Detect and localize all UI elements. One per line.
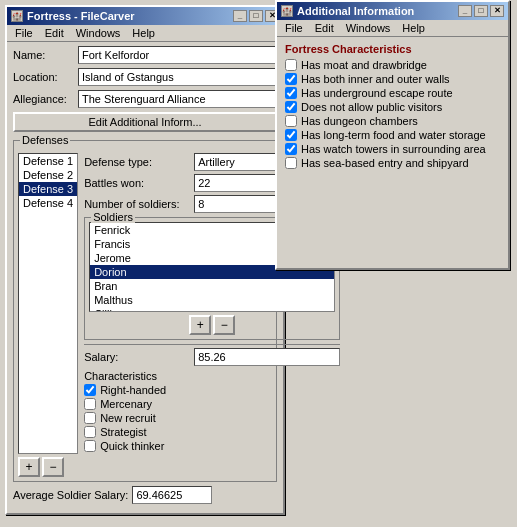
add-menu-windows[interactable]: Windows — [340, 21, 397, 35]
additional-char-item-5: Has long-term food and water storage — [285, 129, 500, 141]
additional-char-item-6: Has watch towers in surrounding area — [285, 143, 500, 155]
defense-listbox[interactable]: Defense 1 Defense 2 Defense 3 Defense 4 — [18, 153, 78, 454]
battles-won-label: Battles won: — [84, 177, 194, 189]
main-window: 🏰 Fortress - FileCarver _ □ ✕ File Edit … — [5, 5, 285, 515]
avg-salary-label: Average Soldier Salary: — [13, 489, 128, 501]
soldier-malthus[interactable]: Malthus — [90, 293, 334, 307]
maximize-button[interactable]: □ — [249, 10, 263, 22]
allegiance-label: Allegiance: — [13, 93, 78, 105]
num-soldiers-label: Number of soldiers: — [84, 198, 194, 210]
additional-window-title: Additional Information — [297, 5, 414, 17]
add-soldier-button[interactable]: + — [189, 315, 211, 335]
salary-row: Salary: — [84, 348, 340, 366]
remove-soldier-button[interactable]: − — [213, 315, 235, 335]
menu-file[interactable]: File — [9, 26, 39, 40]
main-char-item-0: Right-handed — [84, 384, 340, 396]
additional-char-checkbox-4[interactable] — [285, 115, 297, 127]
menu-windows[interactable]: Windows — [70, 26, 127, 40]
additional-window: 🏰 Additional Information _ □ ✕ File Edit… — [275, 0, 510, 270]
additional-char-label-3: Does not allow public visitors — [301, 101, 442, 113]
defense-item-1[interactable]: Defense 1 — [19, 154, 77, 168]
additional-char-label-7: Has sea-based entry and shipyard — [301, 157, 469, 169]
additional-char-label-2: Has underground escape route — [301, 87, 453, 99]
additional-char-checkbox-2[interactable] — [285, 87, 297, 99]
add-menu-edit[interactable]: Edit — [309, 21, 340, 35]
remove-defense-button[interactable]: − — [42, 457, 64, 477]
menu-edit[interactable]: Edit — [39, 26, 70, 40]
defenses-groupbox: Defenses Defense 1 Defense 2 Defense 3 D… — [13, 140, 277, 482]
defense-item-2[interactable]: Defense 2 — [19, 168, 77, 182]
additional-close-button[interactable]: ✕ — [490, 5, 504, 17]
menu-help[interactable]: Help — [126, 26, 161, 40]
main-content: Name: Location: Allegiance: Edit Additio… — [7, 42, 283, 508]
location-row: Location: — [13, 68, 277, 86]
main-char-label-0: Right-handed — [100, 384, 166, 396]
allegiance-input[interactable] — [78, 90, 277, 108]
add-menu-help[interactable]: Help — [396, 21, 431, 35]
salary-input[interactable] — [194, 348, 340, 366]
avg-salary-input[interactable] — [132, 486, 212, 504]
additional-char-checkbox-5[interactable] — [285, 129, 297, 141]
main-menubar: File Edit Windows Help — [7, 25, 283, 42]
soldiers-label: Soldiers — [91, 211, 135, 223]
additional-menubar: File Edit Windows Help — [277, 20, 508, 37]
name-input[interactable] — [78, 46, 277, 64]
additional-maximize-button[interactable]: □ — [474, 5, 488, 17]
add-defense-button[interactable]: + — [18, 457, 40, 477]
additional-char-label-0: Has moat and drawbridge — [301, 59, 427, 71]
additional-char-item-4: Has dungeon chambers — [285, 115, 500, 127]
defense-area: Defense 1 Defense 2 Defense 3 Defense 4 … — [18, 153, 272, 477]
defenses-label: Defenses — [20, 134, 70, 146]
main-char-item-3: Strategist — [84, 426, 340, 438]
main-char-checkbox-0[interactable] — [84, 384, 96, 396]
additional-char-label-1: Has both inner and outer walls — [301, 73, 450, 85]
characteristics-label: Characteristics — [84, 370, 340, 382]
main-char-checkbox-1[interactable] — [84, 398, 96, 410]
additional-char-list: Has moat and drawbridgeHas both inner an… — [285, 59, 500, 169]
name-row: Name: — [13, 46, 277, 64]
additional-char-item-3: Does not allow public visitors — [285, 101, 500, 113]
main-char-checkbox-4[interactable] — [84, 440, 96, 452]
additional-char-checkbox-7[interactable] — [285, 157, 297, 169]
soldier-cillian[interactable]: Cillian — [90, 307, 334, 312]
additional-char-label-6: Has watch towers in surrounding area — [301, 143, 486, 155]
additional-char-item-1: Has both inner and outer walls — [285, 73, 500, 85]
defense-list-container: Defense 1 Defense 2 Defense 3 Defense 4 … — [18, 153, 78, 477]
defense-item-4[interactable]: Defense 4 — [19, 196, 77, 210]
main-char-label-4: Quick thinker — [100, 440, 164, 452]
salary-label: Salary: — [84, 351, 194, 363]
additional-window-icon: 🏰 — [281, 5, 293, 17]
main-char-checkbox-2[interactable] — [84, 412, 96, 424]
additional-char-checkbox-0[interactable] — [285, 59, 297, 71]
edit-additional-button[interactable]: Edit Additional Inform... — [13, 112, 277, 132]
main-char-label-2: New recruit — [100, 412, 156, 424]
additional-char-checkbox-1[interactable] — [285, 73, 297, 85]
location-label: Location: — [13, 71, 78, 83]
fortress-char-title: Fortress Characteristics — [285, 43, 500, 55]
main-window-title: Fortress - FileCarver — [27, 10, 135, 22]
name-label: Name: — [13, 49, 78, 61]
main-char-checkbox-3[interactable] — [84, 426, 96, 438]
defense-buttons: + − — [18, 457, 78, 477]
minimize-button[interactable]: _ — [233, 10, 247, 22]
main-window-icon: 🏰 — [11, 10, 23, 22]
main-titlebar: 🏰 Fortress - FileCarver _ □ ✕ — [7, 7, 283, 25]
main-char-item-2: New recruit — [84, 412, 340, 424]
main-char-label-3: Strategist — [100, 426, 146, 438]
additional-window-controls: _ □ ✕ — [458, 5, 504, 17]
main-char-item-1: Mercenary — [84, 398, 340, 410]
additional-content: Fortress Characteristics Has moat and dr… — [277, 37, 508, 177]
additional-char-checkbox-3[interactable] — [285, 101, 297, 113]
location-input[interactable] — [78, 68, 277, 86]
soldier-detail-area: Salary: Characteristics Right-handedMerc… — [84, 344, 340, 452]
soldier-buttons: + − — [89, 315, 335, 335]
additional-char-item-7: Has sea-based entry and shipyard — [285, 157, 500, 169]
additional-char-checkbox-6[interactable] — [285, 143, 297, 155]
additional-char-item-2: Has underground escape route — [285, 87, 500, 99]
main-window-controls: _ □ ✕ — [233, 10, 279, 22]
additional-minimize-button[interactable]: _ — [458, 5, 472, 17]
defense-item-3[interactable]: Defense 3 — [19, 182, 77, 196]
soldier-bran[interactable]: Bran — [90, 279, 334, 293]
add-menu-file[interactable]: File — [279, 21, 309, 35]
avg-salary-row: Average Soldier Salary: — [13, 486, 277, 504]
